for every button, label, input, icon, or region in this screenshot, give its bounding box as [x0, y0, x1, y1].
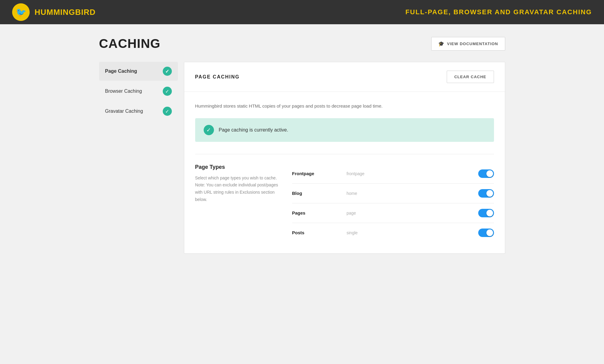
- sidebar-item-page-caching[interactable]: Page Caching ✓: [99, 62, 178, 81]
- sidebar-item-label: Gravatar Caching: [105, 109, 143, 114]
- page-types-section: Page Types Select which page types you w…: [195, 164, 494, 242]
- page-type-toggle-home[interactable]: [478, 189, 494, 198]
- page-type-name: Posts: [292, 230, 347, 235]
- page-container: CACHING 🎓 VIEW DOCUMENTATION Page Cachin…: [90, 24, 514, 266]
- section-divider: [195, 154, 494, 154]
- page-type-slug: home: [347, 191, 478, 196]
- page-type-slug: single: [347, 230, 478, 235]
- panel-title: PAGE CACHING: [195, 74, 240, 80]
- graduation-icon: 🎓: [438, 41, 445, 47]
- page-type-name: Frontpage: [292, 171, 347, 176]
- logo-icon: 🐦: [16, 7, 26, 17]
- page-types-text: Select which page types you wish to cach…: [195, 175, 280, 203]
- sidebar: Page Caching ✓ Browser Caching ✓ Gravata…: [99, 62, 184, 254]
- page-type-toggle-frontpage[interactable]: [478, 169, 494, 178]
- table-row: Posts single: [292, 223, 494, 242]
- sidebar-item-label: Browser Caching: [105, 88, 142, 94]
- browser-caching-check-icon: ✓: [163, 87, 172, 96]
- table-row: Frontpage frontpage: [292, 164, 494, 184]
- sidebar-item-label: Page Caching: [105, 68, 137, 74]
- content-panel: PAGE CACHING CLEAR CACHE Hummingbird sto…: [184, 62, 505, 254]
- table-row: Blog home: [292, 184, 494, 203]
- sidebar-item-browser-caching[interactable]: Browser Caching ✓: [99, 82, 178, 101]
- view-docs-label: VIEW DOCUMENTATION: [447, 42, 498, 46]
- status-banner: ✓ Page caching is currently active.: [195, 118, 494, 142]
- main-layout: Page Caching ✓ Browser Caching ✓ Gravata…: [99, 62, 505, 254]
- page-types-table: Frontpage frontpage Blog home Pages page…: [292, 164, 494, 242]
- brand-area: 🐦 HUMMINGBIRD: [12, 3, 96, 21]
- logo: 🐦: [12, 3, 30, 21]
- app-header: 🐦 HUMMINGBIRD FULL-PAGE, BROWSER AND GRA…: [0, 0, 604, 24]
- page-type-name: Blog: [292, 191, 347, 196]
- page-caching-check-icon: ✓: [163, 67, 172, 76]
- brand-name: HUMMINGBIRD: [35, 8, 96, 17]
- sidebar-item-gravatar-caching[interactable]: Gravatar Caching ✓: [99, 102, 178, 121]
- page-type-toggle-single[interactable]: [478, 229, 494, 237]
- page-type-toggle-page[interactable]: [478, 209, 494, 217]
- page-header: CACHING 🎓 VIEW DOCUMENTATION: [99, 36, 505, 51]
- page-types-title: Page Types: [195, 164, 280, 170]
- view-docs-button[interactable]: 🎓 VIEW DOCUMENTATION: [431, 37, 505, 51]
- page-type-slug: page: [347, 211, 478, 215]
- table-row: Pages page: [292, 203, 494, 223]
- gravatar-caching-check-icon: ✓: [163, 107, 172, 116]
- page-title: CACHING: [99, 36, 161, 51]
- panel-body: Hummingbird stores static HTML copies of…: [184, 92, 505, 253]
- panel-description: Hummingbird stores static HTML copies of…: [195, 103, 494, 110]
- clear-cache-button[interactable]: CLEAR CACHE: [447, 71, 494, 83]
- page-type-name: Pages: [292, 210, 347, 215]
- page-types-description: Page Types Select which page types you w…: [195, 164, 280, 203]
- panel-header: PAGE CACHING CLEAR CACHE: [184, 62, 505, 92]
- header-subtitle: FULL-PAGE, BROWSER AND GRAVATAR CACHING: [405, 8, 592, 16]
- status-message: Page caching is currently active.: [219, 127, 288, 133]
- page-type-slug: frontpage: [347, 171, 478, 176]
- status-check-icon: ✓: [204, 125, 214, 135]
